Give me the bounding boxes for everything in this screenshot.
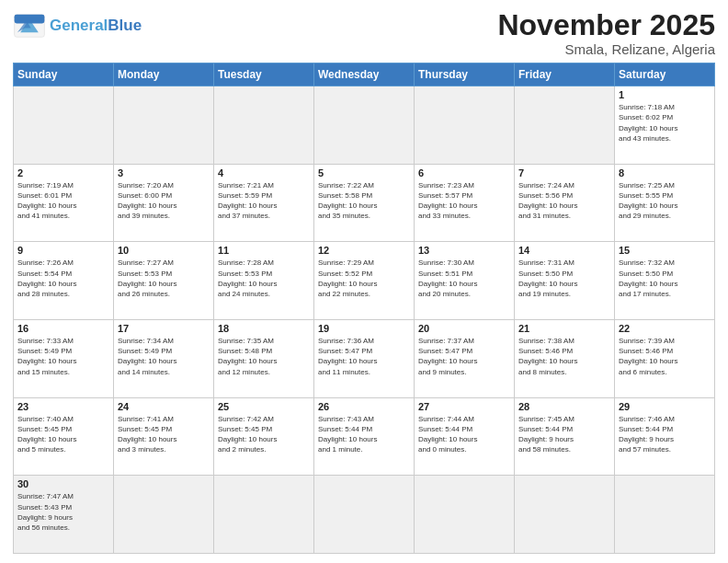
calendar-day-cell: 12Sunrise: 7:29 AMSunset: 5:52 PMDayligh…	[314, 242, 415, 320]
day-info: Sunrise: 7:20 AMSunset: 6:00 PMDaylight:…	[118, 180, 210, 222]
calendar-week-row: 30Sunrise: 7:47 AMSunset: 5:43 PMDayligh…	[14, 476, 715, 554]
day-info: Sunrise: 7:30 AMSunset: 5:51 PMDaylight:…	[418, 258, 510, 299]
day-info: Sunrise: 7:38 AMSunset: 5:46 PMDaylight:…	[518, 336, 610, 377]
calendar-day-cell	[415, 476, 515, 554]
col-tuesday: Tuesday	[214, 63, 314, 86]
calendar-day-cell: 17Sunrise: 7:34 AMSunset: 5:49 PMDayligh…	[114, 320, 214, 398]
calendar-day-cell: 21Sunrise: 7:38 AMSunset: 5:46 PMDayligh…	[515, 320, 615, 398]
calendar-day-cell	[114, 476, 214, 554]
day-number: 26	[318, 401, 410, 412]
calendar-day-cell: 11Sunrise: 7:28 AMSunset: 5:53 PMDayligh…	[214, 242, 314, 320]
day-info: Sunrise: 7:44 AMSunset: 5:44 PMDaylight:…	[418, 414, 510, 455]
calendar-day-cell: 20Sunrise: 7:37 AMSunset: 5:47 PMDayligh…	[415, 320, 515, 398]
calendar-day-cell	[515, 86, 615, 165]
day-info: Sunrise: 7:27 AMSunset: 5:53 PMDaylight:…	[118, 258, 210, 299]
day-info: Sunrise: 7:21 AMSunset: 5:59 PMDaylight:…	[218, 180, 310, 222]
day-number: 16	[17, 323, 109, 334]
calendar-week-row: 23Sunrise: 7:40 AMSunset: 5:45 PMDayligh…	[14, 397, 715, 476]
day-number: 9	[17, 245, 109, 256]
day-number: 24	[118, 401, 210, 412]
calendar-day-cell: 23Sunrise: 7:40 AMSunset: 5:45 PMDayligh…	[14, 397, 114, 476]
calendar-day-cell: 29Sunrise: 7:46 AMSunset: 5:44 PMDayligh…	[615, 397, 715, 476]
calendar-day-cell: 4Sunrise: 7:21 AMSunset: 5:59 PMDaylight…	[214, 164, 314, 242]
calendar-day-cell: 27Sunrise: 7:44 AMSunset: 5:44 PMDayligh…	[415, 397, 515, 476]
col-saturday: Saturday	[615, 63, 715, 86]
calendar-day-cell	[214, 86, 314, 165]
calendar-day-cell: 18Sunrise: 7:35 AMSunset: 5:48 PMDayligh…	[214, 320, 314, 398]
day-number: 17	[118, 323, 210, 334]
day-info: Sunrise: 7:26 AMSunset: 5:54 PMDaylight:…	[17, 258, 109, 299]
day-info: Sunrise: 7:29 AMSunset: 5:52 PMDaylight:…	[318, 258, 410, 299]
day-number: 1	[619, 89, 711, 100]
col-thursday: Thursday	[415, 63, 515, 86]
logo-blue: Blue	[108, 17, 142, 34]
calendar-day-cell: 1Sunrise: 7:18 AMSunset: 6:02 PMDaylight…	[615, 86, 715, 165]
day-number: 19	[318, 323, 410, 334]
calendar-day-cell: 24Sunrise: 7:41 AMSunset: 5:45 PMDayligh…	[114, 397, 214, 476]
calendar-day-cell	[314, 476, 415, 554]
day-number: 15	[619, 245, 711, 256]
calendar: Sunday Monday Tuesday Wednesday Thursday…	[13, 63, 715, 554]
calendar-day-cell: 9Sunrise: 7:26 AMSunset: 5:54 PMDaylight…	[14, 242, 114, 320]
header: GeneralBlue November 2025 Smala, Relizan…	[13, 9, 715, 57]
day-info: Sunrise: 7:25 AMSunset: 5:55 PMDaylight:…	[619, 180, 711, 222]
day-number: 11	[218, 245, 310, 256]
day-info: Sunrise: 7:35 AMSunset: 5:48 PMDaylight:…	[218, 336, 310, 377]
day-number: 13	[418, 245, 510, 256]
calendar-day-cell	[515, 476, 615, 554]
calendar-day-cell	[314, 86, 415, 165]
calendar-day-cell: 6Sunrise: 7:23 AMSunset: 5:57 PMDaylight…	[415, 164, 515, 242]
day-info: Sunrise: 7:24 AMSunset: 5:56 PMDaylight:…	[518, 180, 610, 222]
calendar-day-cell: 25Sunrise: 7:42 AMSunset: 5:45 PMDayligh…	[214, 397, 314, 476]
logo-text: GeneralBlue	[50, 17, 142, 35]
day-info: Sunrise: 7:34 AMSunset: 5:49 PMDaylight:…	[118, 336, 210, 377]
day-info: Sunrise: 7:28 AMSunset: 5:53 PMDaylight:…	[218, 258, 310, 299]
day-number: 28	[518, 401, 610, 412]
day-info: Sunrise: 7:40 AMSunset: 5:45 PMDaylight:…	[17, 414, 109, 455]
day-number: 8	[619, 167, 711, 178]
calendar-day-cell: 26Sunrise: 7:43 AMSunset: 5:44 PMDayligh…	[314, 397, 415, 476]
day-number: 27	[418, 401, 510, 412]
calendar-day-cell: 28Sunrise: 7:45 AMSunset: 5:44 PMDayligh…	[515, 397, 615, 476]
day-info: Sunrise: 7:43 AMSunset: 5:44 PMDaylight:…	[318, 414, 410, 455]
col-friday: Friday	[515, 63, 615, 86]
day-info: Sunrise: 7:46 AMSunset: 5:44 PMDaylight:…	[619, 414, 711, 455]
calendar-week-row: 16Sunrise: 7:33 AMSunset: 5:49 PMDayligh…	[14, 320, 715, 398]
day-number: 25	[218, 401, 310, 412]
subtitle: Smala, Relizane, Algeria	[497, 41, 715, 57]
calendar-day-cell: 8Sunrise: 7:25 AMSunset: 5:55 PMDaylight…	[615, 164, 715, 242]
day-number: 18	[218, 323, 310, 334]
calendar-day-cell	[114, 86, 214, 165]
day-number: 3	[118, 167, 210, 178]
day-info: Sunrise: 7:41 AMSunset: 5:45 PMDaylight:…	[118, 414, 210, 455]
day-info: Sunrise: 7:36 AMSunset: 5:47 PMDaylight:…	[318, 336, 410, 377]
calendar-header-row: Sunday Monday Tuesday Wednesday Thursday…	[14, 63, 715, 86]
day-number: 14	[518, 245, 610, 256]
title-block: November 2025 Smala, Relizane, Algeria	[497, 9, 715, 57]
logo: GeneralBlue	[13, 13, 142, 39]
day-number: 20	[418, 323, 510, 334]
calendar-week-row: 2Sunrise: 7:19 AMSunset: 6:01 PMDaylight…	[14, 164, 715, 242]
calendar-day-cell: 14Sunrise: 7:31 AMSunset: 5:50 PMDayligh…	[515, 242, 615, 320]
calendar-day-cell	[615, 476, 715, 554]
day-number: 12	[318, 245, 410, 256]
svg-rect-3	[15, 15, 45, 24]
day-number: 22	[619, 323, 711, 334]
calendar-day-cell: 7Sunrise: 7:24 AMSunset: 5:56 PMDaylight…	[515, 164, 615, 242]
day-number: 10	[118, 245, 210, 256]
day-info: Sunrise: 7:31 AMSunset: 5:50 PMDaylight:…	[518, 258, 610, 299]
calendar-day-cell	[214, 476, 314, 554]
day-info: Sunrise: 7:33 AMSunset: 5:49 PMDaylight:…	[17, 336, 109, 377]
calendar-day-cell	[415, 86, 515, 165]
col-monday: Monday	[114, 63, 214, 86]
calendar-day-cell: 30Sunrise: 7:47 AMSunset: 5:43 PMDayligh…	[14, 476, 114, 554]
col-sunday: Sunday	[14, 63, 114, 86]
calendar-day-cell: 3Sunrise: 7:20 AMSunset: 6:00 PMDaylight…	[114, 164, 214, 242]
day-info: Sunrise: 7:32 AMSunset: 5:50 PMDaylight:…	[619, 258, 711, 299]
day-number: 2	[17, 167, 109, 178]
calendar-day-cell: 16Sunrise: 7:33 AMSunset: 5:49 PMDayligh…	[14, 320, 114, 398]
day-number: 30	[17, 478, 109, 489]
calendar-day-cell: 22Sunrise: 7:39 AMSunset: 5:46 PMDayligh…	[615, 320, 715, 398]
calendar-day-cell: 19Sunrise: 7:36 AMSunset: 5:47 PMDayligh…	[314, 320, 415, 398]
day-info: Sunrise: 7:22 AMSunset: 5:58 PMDaylight:…	[318, 180, 410, 222]
